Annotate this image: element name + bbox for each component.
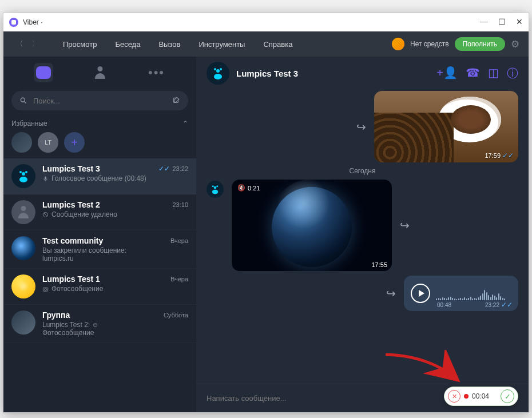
svg-point-5 <box>19 171 22 173</box>
menu-view[interactable]: Просмотр <box>55 35 105 53</box>
forward-button[interactable]: 〉 <box>29 37 42 51</box>
svg-point-17 <box>212 190 219 194</box>
chat-preview: Вы закрепили сообщение: <box>42 246 126 254</box>
chat-name: Lumpics Test 2 <box>42 200 100 209</box>
tab-contacts[interactable] <box>90 63 110 82</box>
chat-name: Test community <box>42 236 103 245</box>
chat-preview: Lumpics Test 2: ☺ <box>42 321 99 329</box>
image-message-coffee[interactable]: 17:59✓✓ <box>374 91 518 162</box>
voice-call-icon[interactable]: ☎ <box>466 66 480 81</box>
message-time: 17:59✓✓ <box>485 152 514 160</box>
voice-time: 23:22✓✓ <box>485 301 513 309</box>
cancel-recording-button[interactable]: ✕ <box>448 390 460 403</box>
recording-pill: ✕ 00:04 ✓ <box>444 387 518 406</box>
close-button[interactable]: ✕ <box>516 17 523 27</box>
minimize-button[interactable]: — <box>480 17 488 27</box>
titlebar: Viber · — ☐ ✕ <box>3 13 529 31</box>
chat-time: Суббота <box>164 312 188 319</box>
mic-icon <box>42 176 49 182</box>
message-avatar[interactable] <box>207 181 224 198</box>
dots-icon: ••• <box>148 65 165 80</box>
chat-name: Lumpics Test 1 <box>42 274 100 284</box>
menu-chat[interactable]: Беседа <box>107 35 148 53</box>
chat-preview: Сообщение удалено <box>51 210 117 218</box>
search-bar[interactable] <box>11 91 188 110</box>
chat-list[interactable]: Lumpics Test 3✓✓23:22 Голосовое сообщени… <box>3 158 196 412</box>
forward-icon[interactable]: ↪ <box>356 120 366 134</box>
messages-area[interactable]: ↪ 17:59✓✓ Сегодня 🔇0:21 17:55 ↪ <box>196 90 529 384</box>
voice-message[interactable]: 00:48 23:22✓✓ <box>404 276 518 311</box>
back-button[interactable]: 〈 <box>13 37 26 51</box>
speaker-icon: 🔇 <box>237 184 245 192</box>
favorites-section: Избранные ⌃ LT + <box>3 116 196 158</box>
recording-time: 00:04 <box>472 392 497 400</box>
svg-point-12 <box>216 69 220 73</box>
day-separator: Сегодня <box>207 167 518 175</box>
chat-item-community[interactable]: Test communityВчера Вы закрепили сообщен… <box>3 230 196 269</box>
conversation-panel: Lumpics Test 3 +👤 ☎ ◫ ⓘ ↪ 17:59✓✓ <box>196 57 529 412</box>
search-icon <box>19 97 27 105</box>
account-avatar-icon[interactable] <box>392 38 404 50</box>
menu-help[interactable]: Справка <box>255 35 300 53</box>
chat-item-lumpics1[interactable]: Lumpics Test 1Вчера Фотосообщение <box>3 269 196 305</box>
checks-icon: ✓✓ <box>158 165 170 173</box>
chat-time: ✓✓23:22 <box>158 165 188 173</box>
favorites-header[interactable]: Избранные ⌃ <box>11 120 188 128</box>
checks-icon: ✓✓ <box>501 301 513 309</box>
conversation-avatar[interactable] <box>207 62 229 85</box>
svg-rect-7 <box>45 176 46 180</box>
deleted-icon <box>42 212 49 218</box>
svg-point-11 <box>45 288 47 290</box>
tab-more[interactable]: ••• <box>147 63 166 82</box>
tab-chats[interactable] <box>34 63 53 82</box>
video-duration: 🔇0:21 <box>237 184 260 192</box>
chat-preview: Фотосообщение <box>51 285 103 293</box>
video-call-icon[interactable]: ◫ <box>488 66 499 81</box>
svg-point-0 <box>21 98 25 102</box>
svg-point-18 <box>212 185 214 187</box>
avatar <box>11 274 35 298</box>
favorite-item-lt[interactable]: LT <box>38 132 58 153</box>
camera-icon <box>42 286 49 292</box>
menu-call[interactable]: Вызов <box>150 35 188 53</box>
svg-point-15 <box>220 68 222 70</box>
maximize-button[interactable]: ☐ <box>498 17 506 27</box>
waveform[interactable] <box>436 286 511 300</box>
forward-icon[interactable]: ↪ <box>400 218 410 232</box>
info-icon[interactable]: ⓘ <box>507 66 518 81</box>
svg-point-4 <box>19 177 27 182</box>
favorite-add-button[interactable]: + <box>64 132 85 153</box>
chat-item-lumpics3[interactable]: Lumpics Test 3✓✓23:22 Голосовое сообщени… <box>3 158 196 194</box>
svg-point-3 <box>22 172 25 176</box>
refill-button[interactable]: Пополнить <box>455 37 505 51</box>
chat-item-group[interactable]: ГруппаСуббота Lumpics Test 2: ☺ Фотосооб… <box>3 305 196 343</box>
chat-name: Группа <box>42 310 70 320</box>
favorites-title: Избранные <box>11 120 47 128</box>
video-message-earth[interactable]: 🔇0:21 17:55 <box>232 180 392 271</box>
settings-icon[interactable]: ⚙ <box>511 38 519 50</box>
recording-dot-icon <box>464 394 469 399</box>
avatar <box>11 164 35 188</box>
voice-duration: 00:48 <box>437 302 451 308</box>
add-user-icon[interactable]: +👤 <box>436 66 458 81</box>
window-title: Viber · <box>23 18 42 26</box>
forward-icon[interactable]: ↪ <box>386 286 396 300</box>
avatar <box>11 310 35 335</box>
send-recording-button[interactable]: ✓ <box>501 389 514 403</box>
chat-name: Lumpics Test 3 <box>42 164 100 173</box>
compose-icon[interactable] <box>172 97 180 105</box>
favorite-item-1[interactable] <box>11 132 32 153</box>
chat-time: Вчера <box>170 237 188 244</box>
chat-preview: Голосовое сообщение (00:48) <box>51 174 146 182</box>
message-time: 17:55 <box>371 261 387 268</box>
conversation-header: Lumpics Test 3 +👤 ☎ ◫ ⓘ <box>196 57 529 90</box>
chat-item-lumpics2[interactable]: Lumpics Test 223:10 Сообщение удалено <box>3 194 196 230</box>
sidebar-tabs: ••• <box>3 57 196 89</box>
window-controls: — ☐ ✕ <box>480 17 523 27</box>
conversation-title: Lumpics Test 3 <box>236 69 430 78</box>
menu-tools[interactable]: Инструменты <box>190 35 253 53</box>
search-input[interactable] <box>33 97 166 105</box>
viber-icon <box>9 18 18 27</box>
person-icon <box>94 66 106 79</box>
play-button[interactable] <box>411 284 430 303</box>
